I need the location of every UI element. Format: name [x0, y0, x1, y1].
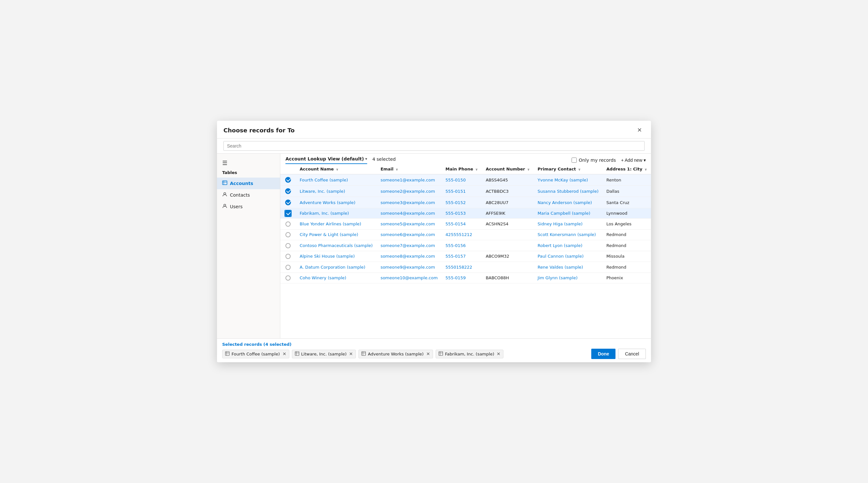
email-link[interactable]: someone3@example.com	[380, 200, 435, 205]
contact-link[interactable]: Yvonne McKay (sample)	[538, 178, 588, 183]
contact-link[interactable]: Susanna Stubberod (sample)	[538, 189, 599, 194]
checkbox-unchecked[interactable]	[285, 232, 290, 237]
checkbox-unchecked[interactable]	[285, 243, 290, 248]
email-link[interactable]: someone7@example.com	[380, 243, 435, 248]
phone-link[interactable]: 555-0151	[445, 189, 466, 194]
close-button[interactable]: ✕	[634, 125, 645, 135]
row-contact[interactable]: Susanna Stubberod (sample)	[534, 186, 602, 197]
phone-link[interactable]: 555-0157	[445, 254, 466, 259]
phone-link[interactable]: 5550158222	[445, 265, 472, 269]
row-email[interactable]: someone8@example.com	[376, 251, 441, 262]
row-email[interactable]: someone9@example.com	[376, 262, 441, 273]
row-account-name[interactable]: Contoso Pharmaceuticals (sample)	[296, 240, 376, 251]
email-link[interactable]: someone2@example.com	[380, 189, 435, 194]
account-name-link[interactable]: Adventure Works (sample)	[300, 200, 355, 205]
phone-link[interactable]: 555-0156	[445, 243, 466, 248]
row-contact[interactable]: Scott Konersmann (sample)	[534, 229, 602, 240]
phone-link[interactable]: 4255551212	[445, 232, 472, 237]
row-contact[interactable]: Robert Lyon (sample)	[534, 240, 602, 251]
contact-link[interactable]: Sidney Higa (sample)	[538, 222, 583, 226]
account-name-link[interactable]: Blue Yonder Airlines (sample)	[300, 222, 361, 226]
row-contact[interactable]: Paul Cannon (sample)	[534, 251, 602, 262]
email-link[interactable]: someone4@example.com	[380, 211, 435, 216]
contact-link[interactable]: Paul Cannon (sample)	[538, 254, 584, 259]
row-email[interactable]: someone1@example.com	[376, 174, 441, 186]
row-select-cell[interactable]	[280, 174, 296, 186]
checkbox-unchecked[interactable]	[285, 222, 290, 227]
col-contact[interactable]: Primary Contact ∨	[534, 164, 602, 174]
phone-link[interactable]: 555-0150	[445, 178, 466, 183]
view-selector[interactable]: Account Lookup View (default) ▾	[285, 156, 367, 164]
row-select-cell[interactable]	[280, 197, 296, 208]
only-my-records-checkbox[interactable]	[571, 158, 577, 163]
email-link[interactable]: someone9@example.com	[380, 265, 435, 269]
contact-link[interactable]: Nancy Anderson (sample)	[538, 200, 592, 205]
col-city[interactable]: Address 1: City ∨	[602, 164, 651, 174]
row-phone[interactable]: 555-0153	[442, 208, 482, 219]
row-account-name[interactable]: Blue Yonder Airlines (sample)	[296, 219, 376, 230]
row-select-cell[interactable]	[280, 272, 296, 284]
row-phone[interactable]: 555-0154	[442, 219, 482, 230]
checkbox-unchecked[interactable]	[285, 254, 290, 259]
chip-remove-button[interactable]: ✕	[349, 352, 353, 356]
row-select-cell[interactable]	[280, 262, 296, 273]
hamburger-icon[interactable]: ☰	[217, 158, 280, 169]
only-my-records-toggle[interactable]: Only my records	[571, 158, 616, 163]
checkbox-unchecked[interactable]	[285, 276, 290, 281]
checkbox-selected[interactable]	[285, 177, 291, 183]
account-name-link[interactable]: Fabrikam, Inc. (sample)	[300, 211, 349, 216]
phone-link[interactable]: 555-0152	[445, 200, 466, 205]
row-email[interactable]: someone4@example.com	[376, 208, 441, 219]
sidebar-item-accounts[interactable]: Accounts	[217, 178, 280, 189]
search-input[interactable]	[223, 141, 645, 151]
checkbox-checked[interactable]	[285, 211, 291, 216]
row-phone[interactable]: 555-0159	[442, 272, 482, 284]
checkbox-unchecked[interactable]	[285, 265, 290, 270]
row-contact[interactable]: Nancy Anderson (sample)	[534, 197, 602, 208]
checkbox-selected[interactable]	[285, 199, 291, 205]
contact-link[interactable]: Jim Glynn (sample)	[538, 276, 578, 280]
row-phone[interactable]: 555-0151	[442, 186, 482, 197]
email-link[interactable]: someone1@example.com	[380, 178, 435, 183]
cancel-button[interactable]: Cancel	[618, 349, 646, 359]
account-name-link[interactable]: Alpine Ski House (sample)	[300, 254, 355, 259]
row-account-name[interactable]: Fabrikam, Inc. (sample)	[296, 208, 376, 219]
row-account-name[interactable]: Litware, Inc. (sample)	[296, 186, 376, 197]
chip-remove-button[interactable]: ✕	[283, 352, 286, 356]
col-email[interactable]: Email ∨	[376, 164, 441, 174]
active-checkbox-wrapper[interactable]	[284, 210, 291, 217]
checkbox-selected[interactable]	[285, 188, 291, 194]
row-account-name[interactable]: Adventure Works (sample)	[296, 197, 376, 208]
row-email[interactable]: someone2@example.com	[376, 186, 441, 197]
phone-link[interactable]: 555-0159	[445, 276, 466, 280]
account-name-link[interactable]: Coho Winery (sample)	[300, 276, 346, 280]
sidebar-item-contacts[interactable]: Contacts	[217, 189, 280, 201]
row-phone[interactable]: 555-0156	[442, 240, 482, 251]
row-contact[interactable]: Maria Campbell (sample)	[534, 208, 602, 219]
row-select-cell[interactable]	[280, 208, 296, 219]
row-account-name[interactable]: Fourth Coffee (sample)	[296, 174, 376, 186]
account-name-link[interactable]: Fourth Coffee (sample)	[300, 178, 348, 183]
row-contact[interactable]: Jim Glynn (sample)	[534, 272, 602, 284]
contact-link[interactable]: Maria Campbell (sample)	[538, 211, 590, 216]
row-email[interactable]: someone6@example.com	[376, 229, 441, 240]
row-email[interactable]: someone7@example.com	[376, 240, 441, 251]
col-phone[interactable]: Main Phone ∨	[442, 164, 482, 174]
phone-link[interactable]: 555-0153	[445, 211, 466, 216]
row-select-cell[interactable]	[280, 240, 296, 251]
row-select-cell[interactable]	[280, 186, 296, 197]
account-name-link[interactable]: A. Datum Corporation (sample)	[300, 265, 365, 269]
chip-remove-button[interactable]: ✕	[426, 352, 430, 356]
account-name-link[interactable]: City Power & Light (sample)	[300, 232, 358, 237]
done-button[interactable]: Done	[591, 349, 616, 359]
email-link[interactable]: someone8@example.com	[380, 254, 435, 259]
row-phone[interactable]: 4255551212	[442, 229, 482, 240]
contact-link[interactable]: Robert Lyon (sample)	[538, 243, 583, 248]
col-account-number[interactable]: Account Number ∨	[482, 164, 534, 174]
row-account-name[interactable]: City Power & Light (sample)	[296, 229, 376, 240]
row-account-name[interactable]: Alpine Ski House (sample)	[296, 251, 376, 262]
row-account-name[interactable]: A. Datum Corporation (sample)	[296, 262, 376, 273]
row-select-cell[interactable]	[280, 251, 296, 262]
row-email[interactable]: someone3@example.com	[376, 197, 441, 208]
col-account-name[interactable]: Account Name ∨	[296, 164, 376, 174]
